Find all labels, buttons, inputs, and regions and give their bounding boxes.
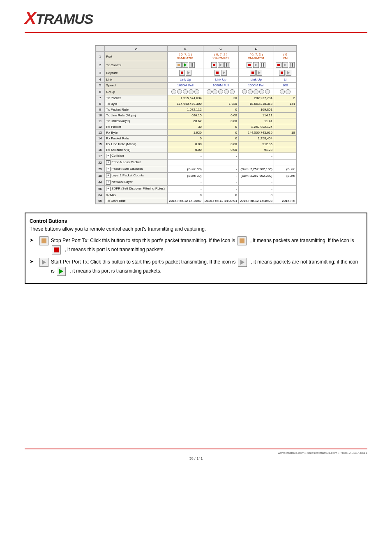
page-number: 38 / 141	[25, 456, 367, 460]
stop-icon[interactable]	[214, 70, 220, 76]
stop-icon[interactable]	[247, 62, 252, 68]
play-icon[interactable]	[253, 62, 259, 68]
value-cell: 686.15	[168, 113, 203, 118]
group-icon[interactable]	[230, 89, 235, 94]
value-cell: {Sum: 30}	[168, 166, 203, 173]
value-cell: 0.00	[203, 147, 238, 153]
group-icon[interactable]	[194, 89, 199, 94]
pause-icon[interactable]	[289, 62, 295, 68]
value-cell: 0	[168, 136, 203, 141]
play-icon[interactable]	[186, 70, 191, 76]
stop-icon[interactable]	[279, 70, 285, 76]
expand-icon[interactable]: +	[106, 187, 111, 191]
value-cell: 1,920	[203, 101, 238, 107]
expand-icon[interactable]: +	[106, 180, 111, 185]
value-cell: 1000M Full	[168, 83, 203, 88]
value-cell: 2015-Feb-12 14:36:57	[168, 198, 203, 204]
row-label: Tx Byte	[105, 101, 168, 107]
stop-icon[interactable]	[276, 62, 281, 68]
row-label: +Error & Loss Packet	[105, 160, 168, 166]
value-cell: 114,940,479,300	[168, 101, 203, 107]
expand-icon[interactable]: +	[106, 160, 111, 165]
group-icon[interactable]	[254, 89, 258, 94]
bullet-icon: ➤	[30, 236, 35, 254]
group-icon[interactable]	[286, 89, 291, 94]
group-cell	[274, 88, 297, 95]
pause-icon[interactable]	[189, 62, 195, 68]
row-label: Group	[105, 88, 168, 95]
logo: XTRAMUS	[0, 0, 392, 32]
expand-icon[interactable]: +	[106, 167, 111, 171]
row-num: 4	[96, 77, 105, 83]
row-label: +Collision	[105, 153, 168, 160]
group-cell	[238, 88, 274, 95]
value-cell	[274, 147, 297, 153]
stop-icon[interactable]	[250, 70, 256, 76]
counter-table: ABCD1Port( 0, 7, 1 )XM-RM781( 0, 7, 2 )X…	[95, 45, 297, 204]
expand-icon[interactable]: +	[106, 173, 111, 178]
row-label: Speed	[105, 83, 168, 88]
port-cell[interactable]: ( 0, 7, 3 )XM-RM781	[238, 52, 274, 61]
group-icon[interactable]	[259, 89, 264, 94]
value-cell: 0.00	[203, 113, 238, 118]
value-cell: {Sum:	[274, 173, 297, 179]
group-icon[interactable]	[248, 89, 253, 94]
group-icon[interactable]	[224, 89, 229, 94]
group-icon[interactable]	[177, 89, 182, 94]
group-icon[interactable]	[183, 89, 188, 94]
group-icon[interactable]	[207, 89, 212, 94]
stop-icon[interactable]	[179, 70, 185, 76]
value-cell: 18	[274, 130, 297, 136]
stop-icon[interactable]	[211, 62, 217, 68]
play-dim-icon	[238, 258, 247, 267]
value-cell: 0	[203, 124, 238, 130]
value-cell: 68.62	[168, 118, 203, 124]
bullet-icon: ➤	[30, 258, 35, 276]
group-cell	[168, 88, 203, 95]
value-cell: -	[203, 166, 238, 173]
row-label: +Packet Size Statistics	[105, 166, 168, 173]
port-cell[interactable]: ( 0, 7, 2 )XM-RM781	[203, 52, 238, 61]
play-icon[interactable]	[182, 62, 188, 68]
row-num: 65	[96, 198, 105, 204]
header-rule	[25, 32, 367, 33]
value-cell: {Sum: 30}	[168, 173, 203, 179]
tx-control-cell	[274, 61, 297, 69]
expand-icon[interactable]: +	[106, 154, 111, 158]
port-cell[interactable]: ( 0, 7, 1 )XM-RM781	[168, 52, 203, 61]
play-icon[interactable]	[286, 70, 291, 76]
value-cell: 100	[274, 83, 297, 88]
play-green-icon	[57, 267, 66, 276]
play-icon[interactable]	[256, 70, 262, 76]
value-cell	[274, 192, 297, 198]
group-icon[interactable]	[242, 89, 247, 94]
row-label: Rx Utilization(%)	[105, 147, 168, 153]
row-num: 56	[96, 186, 105, 192]
group-icon[interactable]	[171, 89, 176, 94]
pause-icon[interactable]	[260, 62, 265, 68]
group-icon[interactable]	[280, 89, 285, 94]
port-cell[interactable]: ( 0XM	[274, 52, 297, 61]
value-cell: -	[168, 179, 203, 186]
value-cell: -	[168, 153, 203, 160]
play-icon[interactable]	[221, 70, 227, 76]
row-num: 64	[96, 192, 105, 198]
row-num: 44	[96, 179, 105, 186]
group-icon[interactable]	[212, 89, 217, 94]
group-icon[interactable]	[265, 89, 270, 94]
value-cell: 0	[203, 130, 238, 136]
value-cell: {Sum: 2,257,902,136}	[238, 166, 274, 173]
stop-dim-icon	[39, 236, 48, 245]
value-cell	[274, 113, 297, 118]
pause-icon[interactable]	[224, 62, 230, 68]
stop-icon[interactable]	[176, 62, 182, 68]
play-icon[interactable]	[282, 62, 288, 68]
value-cell: -	[238, 186, 274, 192]
value-cell	[274, 107, 297, 113]
value-cell	[274, 124, 297, 130]
group-icon[interactable]	[218, 89, 223, 94]
col-hdr: B	[168, 46, 203, 52]
play-icon[interactable]	[218, 62, 224, 68]
group-cell	[203, 88, 238, 95]
group-icon[interactable]	[189, 89, 194, 94]
